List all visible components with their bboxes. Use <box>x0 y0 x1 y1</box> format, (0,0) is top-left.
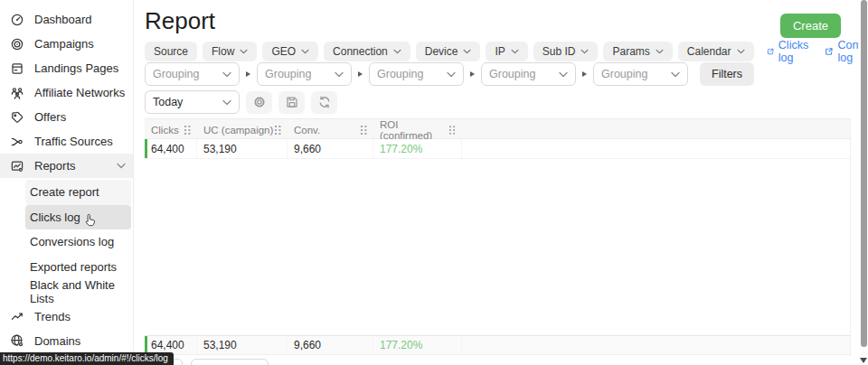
sidebar-subitem-clicks-log[interactable]: Clicks log <box>25 205 131 230</box>
filter-chip-flow[interactable]: Flow <box>203 42 257 61</box>
campaigns-icon <box>10 37 24 51</box>
filter-chip-geo[interactable]: GEO <box>262 42 318 61</box>
arrow-right-icon <box>246 71 250 77</box>
save-report-button[interactable] <box>278 91 305 114</box>
column-label: Clicks <box>151 125 179 136</box>
create-button[interactable]: Create <box>780 14 841 38</box>
table-summary-row: 64,400 53,190 9,660 177.20% <box>145 335 850 355</box>
sidebar-subitem-exported-reports[interactable]: Exported reports <box>25 255 131 280</box>
sidebar: Dashboard Campaigns Landings Pages Affil… <box>0 0 134 365</box>
sidebar-item-trends[interactable]: Trends <box>0 304 133 329</box>
sidebar-item-label: Dashboard <box>34 13 92 26</box>
drag-handle-icon[interactable] <box>449 126 456 136</box>
filter-chip-params[interactable]: Params <box>603 42 672 61</box>
chip-label: GEO <box>271 45 296 58</box>
link-label: Clicks log <box>778 39 812 64</box>
sidebar-subitem-create-report[interactable]: Create report <box>25 180 131 205</box>
drag-handle-icon[interactable] <box>275 126 281 136</box>
chevron-down-icon <box>511 49 519 54</box>
grouping-select-5[interactable]: Grouping <box>593 62 688 86</box>
reports-submenu: Create report Clicks log Conversions log… <box>0 180 133 304</box>
row-accent-bar <box>145 139 147 158</box>
sidebar-item-label: Campaigns <box>34 37 94 51</box>
column-label: UC (campaign) <box>203 125 273 136</box>
page-size-select[interactable] <box>191 359 269 365</box>
drag-handle-icon[interactable] <box>184 126 191 136</box>
vertical-scrollbar[interactable] <box>859 0 868 365</box>
grouping-select-2[interactable]: Grouping <box>257 62 352 86</box>
cell-clicks: 64,400 <box>145 139 197 158</box>
subitem-label: Clicks log <box>30 211 80 224</box>
cell-uc-campaign: 53,190 <box>197 139 288 158</box>
filter-chip-connection[interactable]: Connection <box>324 42 410 61</box>
chevron-down-icon <box>301 49 309 54</box>
sidebar-item-campaigns[interactable]: Campaigns <box>0 32 133 56</box>
table-row[interactable]: 64,400 53,190 9,660 177.20% <box>145 139 850 159</box>
chevron-down-icon <box>222 99 231 106</box>
browser-status-url: https://demo.keitaro.io/admin/#!/clicks/… <box>0 352 174 365</box>
refresh-button[interactable] <box>311 91 337 114</box>
column-header-uc-campaign[interactable]: UC (campaign) <box>197 119 288 141</box>
filters-button[interactable]: Filters <box>700 62 754 86</box>
sidebar-item-offers[interactable]: Offers <box>0 105 133 129</box>
column-header-clicks[interactable]: Clicks <box>145 119 197 141</box>
grouping-select-3[interactable]: Grouping <box>369 62 464 86</box>
scrollbar-down-arrow-icon[interactable] <box>860 358 867 363</box>
column-header-conv[interactable]: Conv. <box>288 119 373 141</box>
chevron-down-icon <box>737 49 745 54</box>
column-header-roi-confirmed[interactable]: ROI (confirmed) <box>373 119 462 141</box>
settings-button[interactable] <box>246 91 272 114</box>
subitem-label: Exported reports <box>30 260 117 274</box>
grouping-select-1[interactable]: Grouping <box>145 62 240 86</box>
sidebar-item-traffic-sources[interactable]: Traffic Sources <box>0 129 133 154</box>
sidebar-item-affiliate-networks[interactable]: Affiliate Networks <box>0 80 133 105</box>
dashboard-icon <box>10 13 24 27</box>
grouping-select-4[interactable]: Grouping <box>481 62 576 86</box>
chevron-down-icon <box>671 71 680 78</box>
filter-chip-device[interactable]: Device <box>416 42 481 61</box>
chevron-down-icon <box>393 49 401 54</box>
sidebar-subitem-black-white-lists[interactable]: Black and White Lists <box>25 279 131 304</box>
toolbar-row: Today <box>145 90 337 114</box>
traffic-sources-icon <box>10 135 24 149</box>
refresh-icon <box>317 95 332 109</box>
sidebar-item-label: Trends <box>34 310 71 323</box>
grouping-placeholder: Grouping <box>377 68 423 80</box>
grouping-placeholder: Grouping <box>601 68 647 80</box>
drag-handle-icon[interactable] <box>361 126 367 136</box>
external-link-icon <box>825 46 834 57</box>
date-range-select[interactable]: Today <box>145 90 240 114</box>
chevron-down-icon <box>656 49 664 54</box>
chevron-down-icon <box>580 49 589 54</box>
sidebar-subitem-conversions-log[interactable]: Conversions log <box>25 229 131 255</box>
summary-uc-campaign: 53,190 <box>197 336 288 354</box>
filter-chip-sub-id[interactable]: Sub ID <box>533 42 599 61</box>
scrollbar-thumb[interactable] <box>861 0 867 347</box>
sidebar-item-label: Landings Pages <box>34 61 118 75</box>
grouping-placeholder: Grouping <box>153 68 199 80</box>
grouping-placeholder: Grouping <box>265 68 311 80</box>
sidebar-item-reports[interactable]: Reports <box>0 154 133 178</box>
summary-roi: 177.20% <box>373 336 462 354</box>
chip-label: Connection <box>333 45 388 58</box>
column-header-empty <box>462 119 850 141</box>
affiliate-networks-icon <box>10 86 24 100</box>
clicks-log-link[interactable]: Clicks log <box>767 39 812 64</box>
row-accent-bar <box>145 336 147 354</box>
chip-label: IP <box>495 45 505 58</box>
chip-label: Sub ID <box>542 45 576 58</box>
summary-conv: 9,660 <box>288 336 373 354</box>
sidebar-item-landings-pages[interactable]: Landings Pages <box>0 56 133 80</box>
filter-chip-source[interactable]: Source <box>145 42 197 61</box>
chip-label: Device <box>425 45 458 58</box>
table-header-row: Clicks UC (campaign) Conv. ROI (confirme… <box>145 118 850 139</box>
cell-roi: 177.20% <box>373 139 462 158</box>
sidebar-item-dashboard[interactable]: Dashboard <box>0 7 133 32</box>
sidebar-item-domains[interactable]: Domains <box>0 329 133 353</box>
filter-chip-ip[interactable]: IP <box>486 42 527 61</box>
chip-label: Flow <box>212 45 234 58</box>
gear-icon <box>252 95 267 109</box>
main-content: Report Create Source Flow GEO Connection… <box>135 0 855 365</box>
arrow-right-icon <box>582 71 587 77</box>
filter-chip-calendar[interactable]: Calendar <box>678 42 754 61</box>
